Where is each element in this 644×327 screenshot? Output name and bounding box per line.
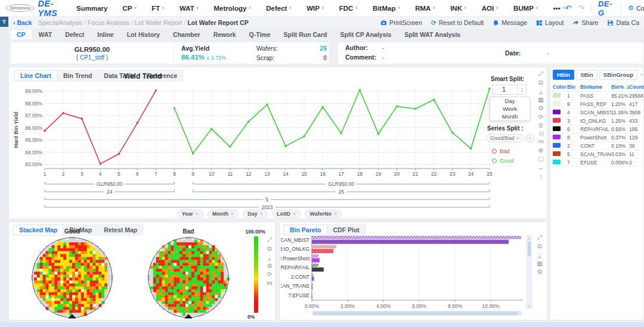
bin-tab-hbin[interactable]: HBin: [553, 70, 574, 80]
breadcrumb-item[interactable]: Focus Analysis: [88, 19, 129, 26]
spin-down-icon[interactable]: ▼: [521, 90, 523, 93]
table-row[interactable]: 1PASS85.21%29568: [553, 92, 642, 100]
tab-chamber[interactable]: Chamber: [167, 30, 206, 39]
series-split-tag[interactable]: Good/Bad×: [486, 134, 524, 142]
message-button[interactable]: Message: [493, 19, 527, 26]
undo-icon[interactable]: ↶: [565, 4, 571, 13]
back-button[interactable]: ‹ Back: [13, 19, 32, 26]
grouping-tag-waferno[interactable]: WaferNo×: [305, 210, 342, 218]
breadcrumb-item[interactable]: SpecialAnalysis: [39, 19, 83, 26]
nav-item-wip[interactable]: WIP∨: [306, 5, 324, 12]
column-header-color[interactable]: Color: [553, 84, 567, 90]
copy-icon[interactable]: ⧉: [267, 245, 272, 252]
table-row[interactable]: 9PASS_REP1.20%417: [553, 100, 642, 108]
tab-split-wat-analysis[interactable]: Split WAT Analysis: [398, 30, 466, 39]
tab-q-time[interactable]: Q-Time: [243, 30, 277, 39]
smart-split-stepper[interactable]: ▲▼: [492, 85, 527, 95]
printscreen-button[interactable]: PrintScreen: [380, 19, 422, 26]
table-row[interactable]: 3IO_ONLKG1.25%433: [553, 117, 642, 125]
tab-inline[interactable]: Inline: [91, 30, 119, 39]
filter-funnel-icon[interactable]: [0, 17, 8, 27]
download-icon[interactable]: ↓: [538, 251, 541, 258]
trend-tab-line-chart[interactable]: Line Chart: [15, 71, 57, 80]
nav-item-fdc[interactable]: FDC∨: [339, 5, 358, 12]
nav-item-cp[interactable]: CP∨: [122, 5, 137, 12]
expand-icon[interactable]: ⤢: [537, 234, 542, 241]
close-icon[interactable]: ×: [516, 135, 519, 141]
tab-defect[interactable]: Defect: [59, 30, 90, 39]
pareto-vertical-scrollbar[interactable]: ▲ ▼: [527, 235, 532, 309]
nav-item-more[interactable]: •••∨: [553, 5, 565, 12]
grouping-tag-month[interactable]: Month×: [208, 210, 239, 218]
share-button[interactable]: Share: [572, 19, 598, 26]
fit-width-icon[interactable]: ↔: [538, 164, 544, 171]
nav-item-summary[interactable]: Summary: [76, 5, 107, 12]
grouping-tag-lotid[interactable]: LotID×: [272, 210, 301, 218]
breadcrumb-item[interactable]: Lot Wafer Report: [135, 19, 182, 26]
copy-icon[interactable]: ⧉: [537, 243, 542, 250]
chevron-right-icon[interactable]: ›: [640, 71, 642, 77]
scrollbar-thumb[interactable]: [313, 312, 518, 315]
smart-split-option-day[interactable]: Day: [490, 97, 530, 105]
add-split-button[interactable]: +: [526, 134, 534, 142]
trend-tab-bin-trend[interactable]: Bin Trend: [58, 71, 97, 80]
close-icon[interactable]: ×: [231, 211, 234, 217]
reset-to-default-button[interactable]: ⟳Reset to Default: [431, 19, 484, 27]
pareto-tab-bin-pareto[interactable]: Bin Pareto: [284, 225, 327, 235]
nav-item-ft[interactable]: FT∨: [151, 5, 165, 12]
table-row[interactable]: 6REPAIRFAIL0.56%195: [553, 125, 642, 133]
close-icon[interactable]: ×: [260, 211, 263, 217]
table-row[interactable]: 2CONT0.10%36: [553, 142, 642, 150]
table-row[interactable]: 5SCAN_TRANS0.03%11: [553, 150, 642, 158]
nav-item-ink[interactable]: INK∨: [450, 5, 467, 12]
grouping-tag-year[interactable]: Year×: [177, 210, 203, 218]
column-header-count[interactable]: Count: [629, 84, 642, 90]
nav-item-bump[interactable]: BUMP∨: [513, 5, 538, 12]
tab-rework[interactable]: Rework: [208, 30, 242, 39]
de-g-brand[interactable]: DE-G: [598, 0, 614, 17]
scroll-up-icon[interactable]: ▲: [527, 236, 531, 240]
bin-tab-sbin[interactable]: SBin: [576, 70, 597, 80]
fit-height-icon[interactable]: ↕: [539, 173, 542, 179]
column-header-bin[interactable]: Bin%↓1: [611, 84, 629, 90]
smart-split-option-month[interactable]: Month: [490, 113, 530, 120]
table-row[interactable]: 4SCAN_MBIST11.26%3908: [553, 108, 642, 117]
tab-split-run-card[interactable]: Split Run Card: [278, 30, 333, 39]
pareto-tab-cdf-plot[interactable]: CDF Plot: [328, 225, 365, 235]
nav-item-bitmap[interactable]: BitMap∨: [373, 5, 400, 12]
download-icon[interactable]: ↓: [268, 254, 271, 260]
tab-split-cp-analysis[interactable]: Split CP Analysis: [334, 30, 397, 39]
settings-icon[interactable]: ⚙: [537, 269, 542, 275]
refresh-icon[interactable]: ⟳: [267, 271, 273, 278]
layout-button[interactable]: Layout: [536, 19, 564, 26]
bin-tab-sbingroup[interactable]: SBinGroup: [599, 70, 637, 80]
legend-bad[interactable]: Bad: [492, 148, 546, 154]
tab-lot-history[interactable]: Lot History: [121, 30, 166, 39]
nav-item-wat[interactable]: WAT∨: [179, 5, 199, 12]
table-row[interactable]: 7EFUSE0.006%2: [553, 158, 642, 167]
legend-good[interactable]: Good: [492, 157, 546, 164]
redo-icon[interactable]: ↷: [578, 4, 584, 13]
nav-item-rma[interactable]: RMA∨: [415, 5, 435, 12]
tab-wat[interactable]: WAT: [33, 30, 58, 39]
scroll-down-icon[interactable]: ▼: [527, 304, 531, 308]
scrollbar-thumb[interactable]: [528, 241, 531, 257]
table-row[interactable]: 8PowerShort0.37%129: [553, 133, 642, 142]
nav-item-defect[interactable]: Defect∨: [266, 5, 292, 12]
expand-icon[interactable]: ⤢: [267, 236, 272, 243]
column-header-bin[interactable]: Bin: [567, 84, 580, 90]
close-icon[interactable]: ×: [334, 211, 337, 217]
data-ca-button[interactable]: Data Ca: [607, 19, 639, 26]
close-icon[interactable]: ×: [293, 211, 296, 217]
stepper-arrows[interactable]: ▲▼: [518, 85, 526, 94]
mirror-icon[interactable]: ⋈: [267, 280, 273, 286]
tab-cp[interactable]: CP: [11, 30, 32, 39]
smart-split-input[interactable]: [493, 85, 515, 94]
close-icon[interactable]: ×: [196, 211, 199, 217]
settings-icon[interactable]: ⚙: [267, 263, 272, 269]
test-program-link[interactable]: CP1_stdf: [80, 54, 104, 61]
table-icon[interactable]: ▦: [537, 260, 543, 267]
funnel-icon[interactable]: [1, 19, 7, 25]
smart-split-option-week[interactable]: Week: [490, 105, 530, 113]
nav-item-metrology[interactable]: Metrology∨: [214, 5, 252, 12]
